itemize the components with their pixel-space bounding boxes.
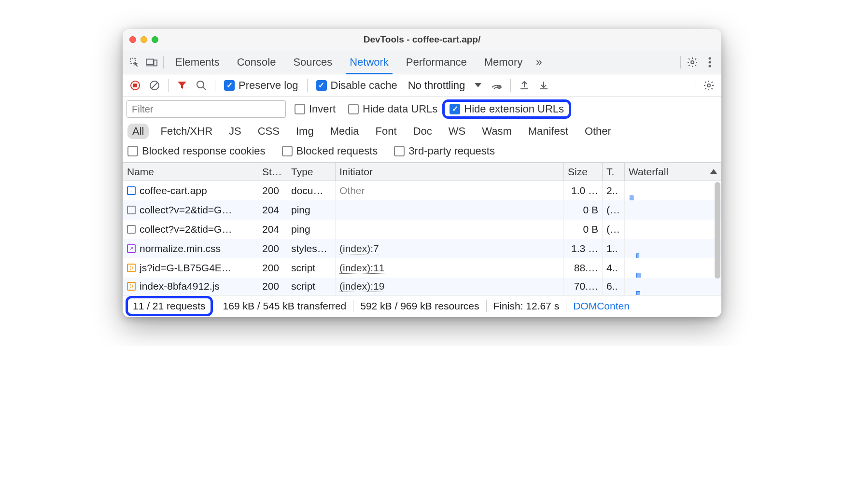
checkbox-icon [316,80,327,91]
domcontentloaded-link[interactable]: DOMConten [566,300,636,312]
request-name: js?id=G-LB75G4E… [140,262,232,274]
table-row[interactable]: collect?v=2&tid=G…204ping0 B(… [123,220,721,239]
sort-asc-icon [710,169,717,174]
type-chip-all[interactable]: All [127,124,149,139]
table-row[interactable]: ↗normalize.min.css200styles…(index):71.3… [123,239,721,258]
type-chip-img[interactable]: Img [291,124,319,139]
filter-funnel-icon[interactable] [173,77,191,94]
type-chip-manifest[interactable]: Manifest [523,124,573,139]
request-type: ping [287,220,336,239]
svg-line-11 [152,83,157,88]
type-chip-other[interactable]: Other [580,124,616,139]
type-chip-fetchxhr[interactable]: Fetch/XHR [155,124,217,139]
svg-point-5 [709,57,711,59]
record-button-icon[interactable] [127,77,144,94]
requests-table: Name St… Type Initiator Size T. Waterfal… [123,163,721,295]
divider [680,56,681,69]
request-name: coffee-cart.app [140,185,207,196]
hide-data-urls-checkbox[interactable]: Hide data URLs [344,103,437,115]
preserve-log-label: Preserve log [239,79,298,92]
request-time: 2.. [603,181,625,200]
table-row[interactable]: ≣coffee-cart.app200docu…Other1.0 …2.. [123,181,721,200]
initiator-link[interactable]: (index):19 [339,280,384,292]
svg-rect-1 [146,59,154,64]
request-name: collect?v=2&tid=G… [140,204,232,216]
tab-elements[interactable]: Elements [167,50,228,74]
svg-point-4 [691,61,694,64]
col-time[interactable]: T. [603,163,625,181]
initiator-link[interactable]: (index):7 [339,243,379,254]
vertical-scrollbar[interactable] [715,182,720,279]
network-conditions-icon[interactable] [488,77,506,94]
invert-checkbox[interactable]: Invert [291,103,339,115]
kebab-menu-icon[interactable] [701,54,718,71]
third-party-label: 3rd-party requests [408,145,495,157]
type-chip-css[interactable]: CSS [253,124,284,139]
throttling-select[interactable]: No throttling [403,79,487,92]
inspect-element-icon[interactable] [126,54,143,71]
hide-extension-urls-highlight: Hide extension URLs [442,99,571,119]
request-type: docu… [287,181,336,200]
tab-sources[interactable]: Sources [284,50,341,74]
col-type[interactable]: Type [287,163,336,181]
hide-extension-urls-label: Hide extension URLs [464,103,564,115]
request-size: 1.3 … [564,239,603,258]
upload-har-icon[interactable] [516,77,533,94]
preserve-log-checkbox[interactable]: Preserve log [220,79,302,92]
col-initiator[interactable]: Initiator [336,163,564,181]
svg-point-15 [707,84,710,87]
request-type: styles… [287,239,336,258]
disable-cache-checkbox[interactable]: Disable cache [312,79,401,92]
divider [168,79,169,92]
title-bar: DevTools - coffee-cart.app/ [123,29,721,50]
request-name: index-8bfa4912.js [140,280,220,292]
table-row[interactable]: ⟨⟩index-8bfa4912.js200script(index):1970… [123,278,721,295]
waterfall-bar [636,253,639,258]
download-har-icon[interactable] [535,77,552,94]
request-type: script [287,258,336,278]
throttling-label: No throttling [408,79,465,92]
tab-memory[interactable]: Memory [476,50,531,74]
initiator-link: Other [339,185,365,196]
divider [695,79,695,92]
divider [163,56,164,69]
more-tabs-button[interactable]: » [531,50,547,74]
checkbox-icon [295,104,305,114]
filter-input[interactable] [127,100,286,118]
type-chip-font[interactable]: Font [371,124,402,139]
type-chip-media[interactable]: Media [325,124,364,139]
clear-icon[interactable] [146,77,163,94]
third-party-checkbox[interactable]: 3rd-party requests [390,145,499,157]
tab-performance[interactable]: Performance [397,50,476,74]
devtools-window: DevTools - coffee-cart.app/ ElementsCons… [123,29,721,317]
type-chip-doc[interactable]: Doc [408,124,437,139]
status-bar: 11 / 21 requests 169 kB / 545 kB transfe… [123,295,721,317]
col-status[interactable]: St… [258,163,287,181]
status-code: 204 [258,220,287,239]
col-waterfall[interactable]: Waterfall [625,163,721,181]
doc-file-icon: ≣ [127,186,136,195]
svg-point-7 [709,65,711,67]
network-settings-gear-icon[interactable] [700,77,717,94]
col-name[interactable]: Name [123,163,258,181]
blocked-cookies-checkbox[interactable]: Blocked response cookies [127,145,269,157]
search-icon[interactable] [193,77,210,94]
tab-network[interactable]: Network [341,50,397,74]
request-time: 6.. [603,278,625,295]
settings-gear-icon[interactable] [684,54,701,71]
device-toolbar-icon[interactable] [143,54,160,71]
table-row[interactable]: collect?v=2&tid=G…204ping0 B(… [123,200,721,220]
checkbox-icon [450,104,460,114]
initiator-link[interactable]: (index):11 [339,262,384,274]
type-chip-wasm[interactable]: Wasm [477,124,517,139]
checkbox-icon [127,146,138,156]
hide-extension-urls-checkbox[interactable]: Hide extension URLs [448,103,566,115]
checkbox-icon [224,80,235,91]
col-size[interactable]: Size [564,163,603,181]
blocked-requests-checkbox[interactable]: Blocked requests [278,145,382,157]
request-time: 1.. [603,239,625,258]
type-chip-js[interactable]: JS [224,124,246,139]
type-chip-ws[interactable]: WS [444,124,470,139]
tab-console[interactable]: Console [228,50,285,74]
table-row[interactable]: ⟨⟩js?id=G-LB75G4E…200script(index):1188.… [123,258,721,278]
